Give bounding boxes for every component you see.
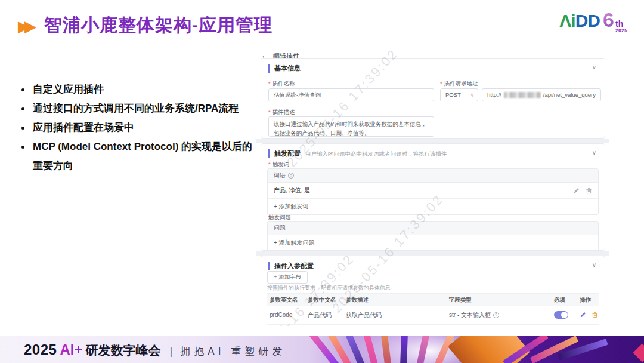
param-desc: 获取产品代码: [343, 311, 447, 319]
bullet-list: 自定义应用插件 通过接口的方式调用不同的业务系统/RPA流程 应用插件配置在场景…: [21, 80, 253, 176]
trigger-config-card: 触发配置 用户输入的问题中命中触发词或者问题时，将执行该插件 ∨ *触发词 词语…: [261, 143, 605, 251]
params-config-card: 插件入参配置 ∨ + 添加字段 按照插件的执行要求，配置相应请求参数的具体信息 …: [261, 256, 605, 326]
trigger-word-value: 产品, 净值, 是: [274, 186, 310, 195]
footer-event: 研发数字峰会: [85, 342, 160, 358]
request-url-input[interactable]: http:// /api/net_value_query: [482, 88, 601, 101]
trigger-words-header: 词语 ?: [268, 169, 598, 183]
bullet-text: 通过接口的方式调用不同的业务系统/RPA流程: [33, 99, 239, 118]
footer-divider: |: [169, 344, 172, 357]
bullet-dot-icon: [21, 107, 24, 110]
col-header: 参数英文名: [267, 296, 305, 304]
trigger-questions-header: 问题: [268, 222, 598, 235]
edit-icon[interactable]: [573, 187, 580, 194]
trigger-word-row: 产品, 净值, 是: [268, 183, 598, 199]
chevron-down-icon: ∨: [470, 89, 474, 101]
footer-year: 2025: [24, 341, 57, 358]
divider: [256, 251, 609, 256]
bullet-dot-icon: [21, 127, 24, 130]
plugin-name-label: *插件名称: [268, 80, 295, 88]
list-item: 通过接口的方式调用不同的业务系统/RPA流程: [21, 99, 253, 118]
corner-triangle: [633, 343, 644, 362]
logo-6-text: 6: [603, 10, 614, 30]
bullet-dot-icon: [21, 88, 24, 91]
logo-dd-text: DD: [575, 12, 600, 30]
slide-header: ▶▶ 智浦小鹿整体架构-应用管理: [18, 13, 273, 38]
method-select[interactable]: POST ∨: [440, 88, 478, 101]
col-header: 字段类型: [447, 296, 552, 304]
table-row: prdCode 产品代码 获取产品代码 str - 文本输入框 ?: [267, 306, 599, 325]
params-section-title: 插件入参配置: [268, 262, 314, 270]
basic-info-card: 基本信息 ∨ *插件名称 估值系统-净值查询 *插件请求地址 POST ∨ ht…: [261, 58, 605, 139]
url-suffix: /api/net_value_query: [543, 89, 596, 101]
add-trigger-word-button[interactable]: + 添加触发词: [268, 199, 598, 214]
footer-slogan: 拥抱AI 重塑研发: [180, 344, 286, 358]
required-toggle[interactable]: [554, 311, 568, 319]
censored-url-segment: [504, 92, 541, 98]
chevron-down-icon[interactable]: ∨: [592, 149, 596, 156]
params-desc: 按照插件的执行要求，配置相应请求参数的具体信息: [267, 284, 391, 292]
request-url-label: *插件请求地址: [440, 80, 478, 88]
presentation-slide: ▶▶ 智浦小鹿整体架构-应用管理 Λi DD 6 th 2025 自定义应用插件…: [0, 0, 644, 363]
trigger-questions-list: 问题 + 添加触发问题: [267, 221, 599, 251]
list-item: 应用插件配置在场景中: [21, 118, 253, 137]
list-item: MCP (Model Context Protocol) 的实现是以后的重要方向: [21, 137, 253, 176]
trigger-words-list: 词语 ? 产品, 净值, 是 + 添加触发词: [267, 168, 599, 215]
col-header: 参数描述: [343, 296, 447, 304]
add-field-button[interactable]: + 添加字段: [267, 271, 308, 284]
required-mark: *: [268, 161, 271, 167]
bullet-text: 应用插件配置在场景中: [33, 118, 134, 137]
bullet-text: MCP (Model Context Protocol) 的实现是以后的重要方向: [33, 137, 253, 176]
double-arrow-icon: ▶▶: [18, 19, 38, 34]
params-table: 参数英文名 参数中文名 参数描述 字段类型 必填 操作 prdCode 产品代码…: [267, 293, 599, 325]
footer-brand: AI+: [60, 341, 82, 358]
param-cn-name: 产品代码: [305, 311, 343, 319]
logo-ai-text: Λi: [559, 12, 575, 30]
trigger-section-desc: 用户输入的问题中命中触发词或者问题时，将执行该插件: [305, 150, 447, 158]
plugin-desc-textarea[interactable]: 该接口通过输入产品代码和时间来获取业务数据的基本信息，包括业务的产品代码、日期、…: [268, 116, 434, 137]
col-header: 操作: [577, 296, 599, 304]
trigger-words-label: *触发词: [268, 161, 289, 168]
footer-text: 2025 AI+ 研发数字峰会 | 拥抱AI 重塑研发: [24, 341, 286, 358]
required-mark: *: [440, 80, 442, 87]
trash-icon[interactable]: [586, 187, 592, 194]
trash-icon[interactable]: [592, 312, 598, 318]
bullet-text: 自定义应用插件: [33, 80, 104, 99]
divider: [256, 139, 609, 143]
chevron-down-icon[interactable]: ∨: [592, 64, 596, 70]
edit-icon[interactable]: [580, 312, 586, 318]
required-mark: *: [268, 80, 271, 87]
app-screenshot: 2025-05-16 17:39:02 2025-05-16 17:39:02 …: [256, 49, 609, 326]
aidd-logo: Λi DD 6 th 2025: [559, 10, 627, 33]
logo-th-text: th: [615, 20, 627, 28]
url-prefix: http://: [487, 89, 501, 101]
param-en-name: prdCode: [267, 312, 305, 318]
plugin-name-input[interactable]: 估值系统-净值查询: [268, 88, 434, 101]
bullet-dot-icon: [21, 146, 24, 149]
table-header-row: 参数英文名 参数中文名 参数描述 字段类型 必填 操作: [267, 294, 599, 306]
method-value: POST: [445, 89, 461, 101]
footer-banner: 2025 AI+ 研发数字峰会 | 拥抱AI 重塑研发: [0, 336, 644, 363]
param-type: str - 文本输入框 ?: [447, 311, 552, 319]
books-graphic: [310, 336, 644, 363]
chevron-down-icon[interactable]: ∨: [592, 262, 596, 268]
trigger-section-title: 触发配置: [268, 149, 301, 158]
basic-info-section-title: 基本信息: [268, 64, 301, 73]
list-item: 自定义应用插件: [21, 80, 253, 99]
add-trigger-question-button[interactable]: + 添加触发问题: [268, 235, 598, 251]
plugin-desc-label: *插件描述: [268, 109, 295, 116]
help-icon[interactable]: ?: [493, 312, 499, 318]
col-header: 参数中文名: [305, 296, 343, 304]
col-header: 必填: [552, 296, 577, 304]
logo-year-text: 2025: [615, 28, 627, 33]
required-mark: *: [268, 109, 271, 115]
page-title: 智浦小鹿整体架构-应用管理: [44, 13, 273, 38]
help-icon[interactable]: ?: [288, 173, 294, 179]
